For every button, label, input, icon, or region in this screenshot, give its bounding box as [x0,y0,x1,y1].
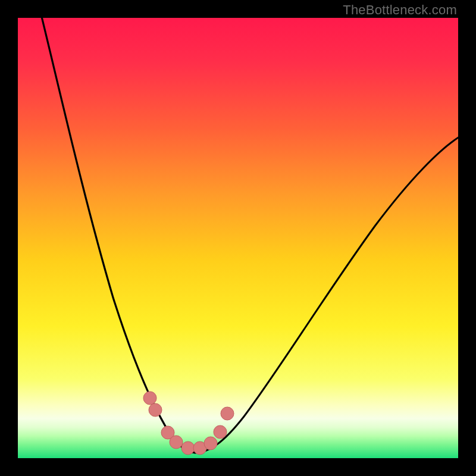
marker-dot [181,441,195,455]
marker-dot [204,437,217,450]
curve-left-branch [40,18,195,453]
plot-area [18,18,458,458]
marker-dot [170,436,183,449]
marker-dot [221,407,234,420]
curve-right-branch [195,137,458,453]
marker-dot [149,403,162,416]
marker-dot [143,392,156,405]
marker-dot [214,425,227,439]
marker-group [143,392,234,455]
watermark-text: TheBottleneck.com [343,2,457,18]
chart-frame: TheBottleneck.com [0,0,476,476]
bottleneck-curve [18,18,458,458]
